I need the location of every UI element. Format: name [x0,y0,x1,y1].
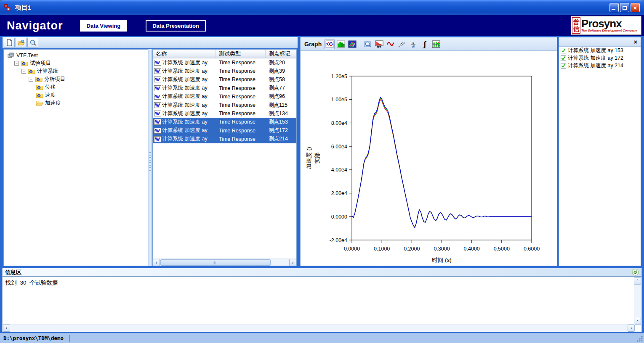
info-vertical-scrollbar[interactable]: ˆ ˇ [634,277,641,325]
open-folder-button[interactable] [16,38,27,48]
tree-collapse-icon[interactable]: − [29,77,33,82]
column-header-point[interactable]: 测点标记 [266,50,296,58]
tree-collapse-icon[interactable]: − [14,61,19,66]
column-header-type[interactable]: 测试类型 [216,50,266,58]
cell-name: 计算系统 加速度 ay [162,135,216,142]
cell-point: 测点172 [266,127,296,134]
table-row[interactable]: 计算系统 加速度 ayTime Response测点115 [153,101,296,109]
correlation-chart-button[interactable] [431,39,441,49]
waveform-icon [154,94,161,100]
svg-text:时间 (s): 时间 (s) [432,257,452,263]
logo-brand: Prosynx [581,18,640,29]
cell-type: Time Response [216,60,266,66]
column-header-name[interactable]: 名称 [153,50,216,58]
integral-button[interactable]: ∫ [420,39,430,49]
logo-tagline: The Software Development Company [581,29,640,32]
table-row[interactable]: 计算系统 加速度 ayTime Response测点96 [153,92,296,101]
checkbox-checked-icon[interactable] [561,55,566,61]
checkbox-checked-icon[interactable] [561,48,566,53]
scatter-fit-button[interactable] [397,39,407,49]
tree-item[interactable]: VTE.Test [4,51,148,59]
cell-type: Time Response [216,85,266,91]
table-row[interactable]: 计算系统 加速度 ayTime Response测点39 [153,67,296,75]
legend-item[interactable]: 计算系统 加速度 ay 172 [559,54,641,62]
new-file-button[interactable] [4,38,15,48]
svg-text:8.00e4: 8.00e4 [331,120,347,126]
scroll-left-icon[interactable]: ‹ [3,325,10,332]
cell-name: 计算系统 加速度 ay [162,84,216,92]
legend-header: × [559,37,641,47]
tree-item[interactable]: 速度 [4,91,148,99]
cell-name: 计算系统 加速度 ay [162,110,216,117]
data-table: 名称测试类型测点标记计算系统 加速度 ayTime Response测点20计算… [152,49,297,266]
cell-name: 计算系统 加速度 ay [162,59,216,66]
waveform-icon [154,77,161,82]
derivative-button[interactable]: ddt [408,39,418,49]
table-row[interactable]: 计算系统 加速度 ayTime Response测点77 [153,84,296,92]
tree-item-label: VTE.Test [16,53,38,58]
waveform-icon [154,128,161,134]
vertical-splitter[interactable] [148,49,152,266]
tab-data-presentation[interactable]: Data Presentation [146,20,206,32]
scroll-left-icon[interactable]: ‹ [153,259,160,266]
scroll-up-icon[interactable]: ˆ [634,277,641,285]
tree-collapse-icon[interactable]: − [21,69,26,74]
logo-seal: 普信 [572,17,580,34]
info-area-body: 找到 30 个试验数据 ˆ ˇ ‹ › [2,277,642,332]
zoom-chart-button[interactable] [363,39,373,49]
waterfall-chart-button[interactable] [347,39,357,49]
table-row[interactable]: 计算系统 加速度 ayTime Response测点134 [153,109,296,118]
info-message: 找到 30 个试验数据 [5,279,58,287]
table-row[interactable]: 计算系统 加速度 ayTime Response测点20 [153,58,296,67]
search-button[interactable] [27,38,38,48]
scroll-right-icon[interactable]: › [289,259,296,266]
search-icon [29,39,37,46]
tree-item[interactable]: −分析项目 [4,75,148,83]
minimize-button[interactable] [609,3,619,12]
filter-curve-button[interactable] [386,39,396,49]
line-chart-button[interactable] [325,39,335,49]
svg-text:0.6000: 0.6000 [524,246,540,252]
svg-text:0.1000: 0.1000 [374,246,390,252]
cell-point: 测点96 [266,93,296,100]
legend-item[interactable]: 计算系统 加速度 ay 153 [559,47,641,54]
bar-chart-button[interactable] [336,39,346,49]
tree-item[interactable]: −试验项目 [4,59,148,67]
fft-button[interactable]: FFT [374,39,384,49]
table-row[interactable]: 计算系统 加速度 ayTime Response测点58 [153,75,296,84]
tree-item[interactable]: −计算系统 [4,67,148,75]
svg-text:FFT: FFT [377,45,381,48]
tree-item-label: 计算系统 [37,68,58,75]
cell-type: Time Response [216,111,266,116]
legend-item[interactable]: 计算系统 加速度 ay 214 [559,62,641,69]
tab-data-viewing[interactable]: Data Viewing [80,20,128,32]
table-horizontal-scrollbar[interactable]: ‹› [153,259,296,266]
maximize-button[interactable] [620,3,629,12]
checkbox-checked-icon[interactable] [561,63,566,69]
close-button[interactable]: × [631,3,640,12]
collapse-chevron-icon[interactable] [632,269,639,276]
resize-grip[interactable] [637,336,643,342]
waveform-icon [154,111,161,116]
cell-type: Time Response [216,77,266,82]
svg-text:4.00e4: 4.00e4 [331,167,347,173]
chart-svg: 1.20e51.00e58.00e46.00e44.00e42.00e40.00… [301,51,557,266]
titlebar[interactable]: 项目1 × [0,0,644,15]
scroll-down-icon[interactable]: ˇ [634,318,641,325]
scroll-right-icon[interactable]: › [628,325,635,332]
legend-close-icon[interactable]: × [634,39,637,45]
cell-type: Time Response [216,119,266,125]
table-row[interactable]: 计算系统 加速度 ayTime Response测点214 [153,135,296,143]
toolbar-separator [360,40,360,48]
svg-text:6.00e4: 6.00e4 [331,144,347,150]
info-horizontal-scrollbar[interactable]: ‹ › [3,324,635,331]
scrollbar-thumb[interactable] [160,259,271,266]
table-row[interactable]: 计算系统 加速度 ayTime Response测点172 [153,127,296,135]
svg-text:0.3000: 0.3000 [434,246,450,252]
tree-item[interactable]: 位移 [4,83,148,91]
svg-text:0.0000: 0.0000 [344,246,360,252]
app-icon [3,3,13,12]
table-row[interactable]: 计算系统 加速度 ayTime Response测点153 [153,118,296,126]
tree-item[interactable]: 加速度 [4,99,148,107]
cell-point: 测点39 [266,68,296,75]
